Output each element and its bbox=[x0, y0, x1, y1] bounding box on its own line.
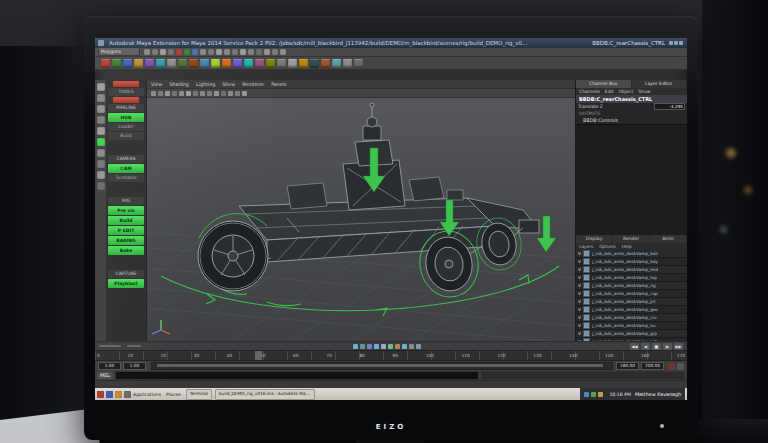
shelf-icon[interactable] bbox=[299, 59, 308, 68]
layer-color-swatch[interactable] bbox=[583, 250, 590, 257]
shelf-icon[interactable] bbox=[255, 59, 264, 68]
layer-row[interactable]: V j_rob_bds_arms_deskVamp_geo bbox=[576, 306, 687, 314]
layer-color-swatch[interactable] bbox=[583, 258, 590, 265]
panel-toolbar-icon[interactable] bbox=[179, 91, 184, 96]
mini-slider[interactable] bbox=[99, 345, 121, 347]
shelf-icon[interactable] bbox=[222, 59, 231, 68]
layer-row[interactable]: V j_rob_bds_arms_deskVamp_mid bbox=[576, 266, 687, 274]
layer-visibility-toggle[interactable]: V bbox=[576, 275, 583, 280]
playback-end-field[interactable]: 180.00 bbox=[616, 362, 639, 370]
tool-icon[interactable] bbox=[97, 149, 105, 157]
left-panel-button[interactable] bbox=[113, 81, 139, 87]
panel-toolbar-icon[interactable] bbox=[235, 91, 240, 96]
shelf-icon[interactable] bbox=[321, 59, 330, 68]
shelf-icon[interactable] bbox=[288, 59, 297, 68]
panel-menu-item[interactable]: Renderer bbox=[242, 82, 264, 87]
panel-menu-item[interactable]: Panels bbox=[271, 82, 286, 87]
layer-color-swatch[interactable] bbox=[583, 290, 590, 297]
panel-toolbar-icon[interactable] bbox=[221, 91, 226, 96]
menu-set-dropdown[interactable]: Polygons bbox=[98, 47, 140, 56]
layer-color-swatch[interactable] bbox=[583, 274, 590, 281]
shelf-icon[interactable] bbox=[233, 59, 242, 68]
shelf-icon[interactable] bbox=[277, 59, 286, 68]
layer-color-swatch[interactable] bbox=[583, 322, 590, 329]
shelf-icon[interactable] bbox=[167, 59, 176, 68]
taskbar-app-icon[interactable] bbox=[124, 391, 131, 398]
shelf-icon[interactable] bbox=[123, 59, 132, 68]
anim-toolbar-icon[interactable] bbox=[409, 344, 414, 349]
auto-key-button[interactable] bbox=[668, 363, 675, 370]
output-node[interactable]: BBDB:Controls bbox=[576, 117, 687, 124]
left-panel-button[interactable]: Playblast bbox=[108, 279, 144, 288]
layer-color-swatch[interactable] bbox=[583, 282, 590, 289]
layer-row[interactable]: V j_rob_bds_arms_deskVamp_grp bbox=[576, 330, 687, 338]
viewport-3d-scene[interactable] bbox=[147, 98, 575, 341]
mel-label[interactable]: MEL bbox=[97, 372, 113, 379]
left-panel-button[interactable]: Build bbox=[108, 132, 144, 140]
tool-icon[interactable] bbox=[97, 182, 105, 190]
panel-toolbar-icon[interactable] bbox=[158, 91, 163, 96]
close-button[interactable] bbox=[679, 41, 683, 45]
minimize-button[interactable] bbox=[669, 41, 673, 45]
left-panel-button[interactable]: BAKING bbox=[108, 236, 144, 245]
panel-toolbar-icon[interactable] bbox=[186, 91, 191, 96]
shelf-icon[interactable] bbox=[332, 59, 341, 68]
panel-toolbar-icon[interactable] bbox=[172, 91, 177, 96]
shelf-icon[interactable] bbox=[189, 59, 198, 68]
tab-channel-box[interactable]: Channel Box bbox=[576, 80, 632, 88]
taskbar-menu[interactable]: Places bbox=[166, 392, 181, 397]
layer-color-swatch[interactable] bbox=[583, 266, 590, 273]
panel-toolbar-icon[interactable] bbox=[242, 91, 247, 96]
layer-row[interactable]: V j_rob_bds_arms_deskVamp_jnt bbox=[576, 298, 687, 306]
left-panel-button[interactable] bbox=[113, 97, 139, 103]
layer-color-swatch[interactable] bbox=[583, 306, 590, 313]
panel-toolbar-icon[interactable] bbox=[193, 91, 198, 96]
playback-start-field[interactable]: 1.00 bbox=[123, 362, 146, 370]
shelf-icon[interactable] bbox=[244, 59, 253, 68]
panel-toolbar-icon[interactable] bbox=[200, 91, 205, 96]
panel-menu-item[interactable]: Shading bbox=[169, 82, 189, 87]
layer-row[interactable]: V j_rob_bds_arms_deskVamp_top bbox=[576, 274, 687, 282]
anim-toolbar-icon[interactable] bbox=[395, 344, 400, 349]
anim-toolbar-icon[interactable] bbox=[416, 344, 421, 349]
layer-visibility-toggle[interactable]: V bbox=[576, 267, 583, 272]
clock[interactable]: 10:16 PM bbox=[609, 392, 630, 397]
shelf-icon[interactable] bbox=[211, 59, 220, 68]
tray-icon[interactable] bbox=[591, 392, 596, 397]
anim-toolbar-icon[interactable] bbox=[381, 344, 386, 349]
left-panel-button[interactable]: Pre vis bbox=[108, 206, 144, 215]
panel-menu-item[interactable]: Show bbox=[222, 82, 235, 87]
tool-icon[interactable] bbox=[97, 94, 105, 102]
anim-prefs-button[interactable] bbox=[677, 363, 684, 370]
left-panel-button[interactable]: P EDIT bbox=[108, 226, 144, 235]
tool-icon[interactable] bbox=[97, 105, 105, 113]
playback-button[interactable]: ■ bbox=[652, 343, 661, 350]
shelf-icon[interactable] bbox=[200, 59, 209, 68]
playback-button[interactable]: ▶▶ bbox=[674, 343, 683, 350]
status-line-icon[interactable] bbox=[200, 49, 206, 55]
left-panel-button[interactable]: HUB bbox=[108, 113, 144, 122]
layer-visibility-toggle[interactable]: V bbox=[576, 283, 583, 288]
anim-toolbar-icon[interactable] bbox=[402, 344, 407, 349]
panel-menu-item[interactable]: View bbox=[151, 82, 162, 87]
time-slider[interactable]: 0102030405060708090100110120130140150160… bbox=[95, 350, 687, 361]
status-line-icon[interactable] bbox=[176, 49, 182, 55]
shelf-icon[interactable] bbox=[145, 59, 154, 68]
anim-toolbar-icon[interactable] bbox=[374, 344, 379, 349]
status-line-icon[interactable] bbox=[168, 49, 174, 55]
attribute-value-field[interactable]: -4.295 bbox=[654, 103, 685, 110]
panel-toolbar-icon[interactable] bbox=[165, 91, 170, 96]
left-panel-button[interactable]: CAPTURE bbox=[108, 270, 144, 278]
left-panel-button[interactable]: Turntable bbox=[108, 174, 144, 182]
layer-visibility-toggle[interactable]: V bbox=[576, 299, 583, 304]
playback-button[interactable]: ◀ bbox=[641, 343, 650, 350]
status-line-icon[interactable] bbox=[208, 49, 214, 55]
shelf-icon[interactable] bbox=[101, 59, 110, 68]
status-line-icon[interactable] bbox=[248, 49, 254, 55]
left-panel-button[interactable]: Bake bbox=[108, 246, 144, 255]
status-line-icon[interactable] bbox=[184, 49, 190, 55]
layer-visibility-toggle[interactable]: V bbox=[576, 307, 583, 312]
shelf-icon[interactable] bbox=[343, 59, 352, 68]
range-slider[interactable] bbox=[151, 362, 613, 370]
left-panel-button[interactable]: PIPELINE bbox=[108, 104, 144, 112]
